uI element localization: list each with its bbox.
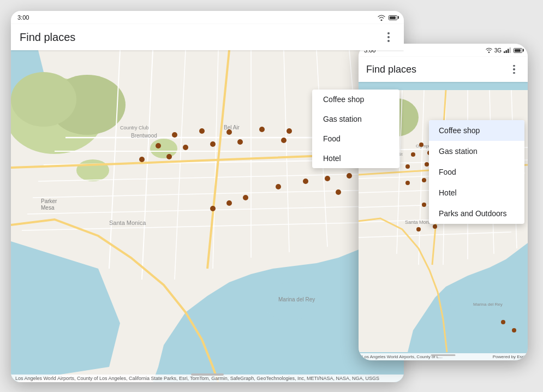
tablet-more-button[interactable] xyxy=(382,31,395,44)
tablet-map-background: Parker Mesa Santa Monica Marina del Rey … xyxy=(11,50,404,382)
scene: 3:00 Find places xyxy=(0,0,543,392)
tablet-dropdown-coffee-shop[interactable]: Coffee shop xyxy=(312,90,399,109)
svg-point-35 xyxy=(287,128,292,134)
svg-text:Bel Air: Bel Air xyxy=(224,124,240,130)
svg-text:Santa Monica: Santa Monica xyxy=(109,219,146,226)
phone-attribution-right: Powered by Esri xyxy=(493,354,524,359)
svg-point-93 xyxy=(405,181,410,185)
svg-point-53 xyxy=(336,189,341,195)
tablet-toolbar: Find places xyxy=(11,24,404,50)
svg-point-39 xyxy=(237,139,243,145)
phone-status-icons: 3G xyxy=(486,47,522,54)
tablet-time: 3:00 xyxy=(17,14,29,21)
svg-point-92 xyxy=(425,162,429,167)
svg-text:Marina del Rey: Marina del Rey xyxy=(473,302,503,307)
svg-point-33 xyxy=(226,129,232,135)
phone-dropdown-menu: Coffee shop Gas station Food Hotel Parks… xyxy=(429,120,524,224)
battery-icon xyxy=(389,15,397,20)
svg-point-51 xyxy=(226,200,232,206)
svg-point-91 xyxy=(405,164,410,169)
svg-text:Marina del Rey: Marina del Rey xyxy=(278,296,315,302)
phone-toolbar: Find places xyxy=(359,57,528,82)
phone-wifi-icon xyxy=(486,47,492,53)
phone-dropdown-parks-outdoors[interactable]: Parks and Outdoors xyxy=(429,203,524,224)
svg-point-49 xyxy=(347,173,352,179)
svg-point-94 xyxy=(422,178,426,182)
svg-point-6 xyxy=(150,139,177,158)
svg-point-105 xyxy=(433,224,437,229)
svg-point-4 xyxy=(11,72,76,127)
svg-point-52 xyxy=(243,195,248,200)
phone-network-type: 3G xyxy=(494,47,502,54)
svg-point-5 xyxy=(76,159,109,181)
svg-rect-59 xyxy=(510,47,511,53)
svg-rect-58 xyxy=(508,49,509,54)
svg-point-37 xyxy=(183,145,188,150)
svg-text:Mesa: Mesa xyxy=(41,205,55,211)
tablet-dropdown-gas-station[interactable]: Gas station xyxy=(312,109,399,129)
svg-point-82 xyxy=(419,142,423,147)
svg-point-46 xyxy=(276,184,281,189)
svg-point-110 xyxy=(512,328,516,332)
svg-point-109 xyxy=(501,320,505,324)
phone-signal-icon xyxy=(504,47,511,53)
svg-text:Parker: Parker xyxy=(41,198,57,204)
svg-point-48 xyxy=(325,176,330,181)
svg-point-41 xyxy=(139,157,145,162)
phone-dropdown-gas-station[interactable]: Gas station xyxy=(429,141,524,162)
svg-point-99 xyxy=(422,203,426,207)
svg-point-36 xyxy=(156,143,161,149)
svg-point-40 xyxy=(281,138,287,143)
svg-rect-57 xyxy=(506,50,508,53)
tablet-scroll-handle xyxy=(191,373,224,376)
svg-point-34 xyxy=(259,127,265,132)
tablet-status-icons xyxy=(378,15,397,21)
svg-point-86 xyxy=(411,152,415,157)
svg-point-50 xyxy=(210,206,216,211)
tablet-dropdown-menu: Coffee shop Gas station Food Hotel xyxy=(312,90,399,168)
phone-dropdown-coffee-shop[interactable]: Coffee shop xyxy=(429,120,524,141)
phone-scroll-handle xyxy=(431,354,456,356)
wifi-icon xyxy=(378,15,385,21)
svg-text:Country Club: Country Club xyxy=(120,125,149,130)
tablet-map-container: Parker Mesa Santa Monica Marina del Rey … xyxy=(11,50,404,382)
tablet-dropdown-hotel[interactable]: Hotel xyxy=(312,149,399,168)
svg-point-47 xyxy=(303,179,308,184)
svg-text:Brentwood: Brentwood xyxy=(131,133,157,139)
phone-battery-icon xyxy=(514,48,522,53)
svg-point-32 xyxy=(199,128,205,134)
svg-rect-56 xyxy=(504,51,505,53)
tablet-app-title: Find places xyxy=(20,31,382,44)
tablet-attribution: Los Angeles World Airports, County of Lo… xyxy=(11,375,404,382)
phone-dropdown-food[interactable]: Food xyxy=(429,162,524,182)
tablet-device: 3:00 Find places xyxy=(11,11,404,382)
svg-point-42 xyxy=(166,154,172,159)
phone-app-title: Find places xyxy=(366,64,508,75)
svg-point-38 xyxy=(210,141,216,147)
svg-point-104 xyxy=(416,227,421,231)
tablet-status-bar: 3:00 xyxy=(11,11,404,24)
phone-dropdown-hotel[interactable]: Hotel xyxy=(429,182,524,203)
tablet-dropdown-food[interactable]: Food xyxy=(312,129,399,149)
phone-more-button[interactable] xyxy=(508,63,520,75)
svg-point-31 xyxy=(172,132,177,138)
